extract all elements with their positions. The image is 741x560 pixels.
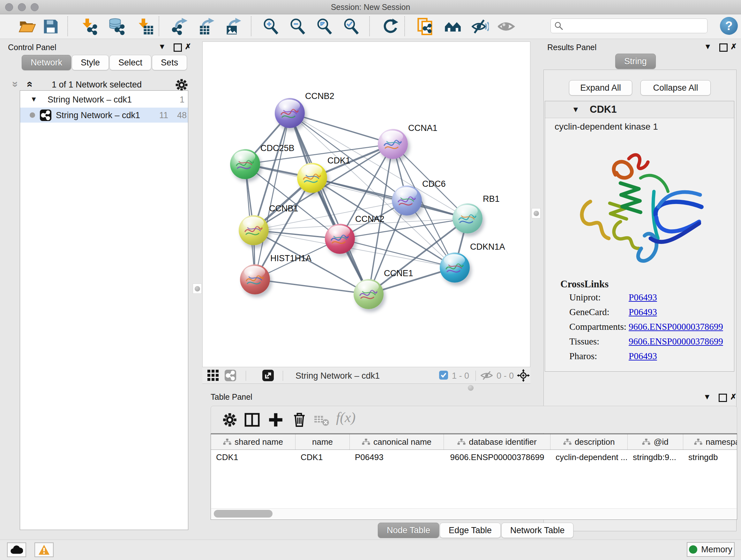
tab-sets[interactable]: Sets bbox=[152, 55, 187, 70]
grid-view-icon[interactable] bbox=[207, 370, 219, 382]
maximize-panel-icon[interactable] bbox=[174, 44, 182, 52]
collapse-all-button[interactable]: Collapse All bbox=[641, 80, 711, 96]
network-edge[interactable] bbox=[290, 113, 368, 294]
network-node-cdc6[interactable] bbox=[392, 186, 422, 215]
hidden-eye-icon[interactable] bbox=[481, 370, 493, 382]
column-header-database-identifier[interactable]: database identifier bbox=[444, 434, 550, 449]
column-header--id[interactable]: @id bbox=[628, 434, 683, 449]
application-window: Session: New Session bbox=[0, 0, 741, 560]
float-panel-icon[interactable]: ▼ bbox=[158, 42, 166, 51]
crosslink-link[interactable]: P06493 bbox=[629, 307, 657, 317]
protein-section-header[interactable]: ▼ CDK1 bbox=[545, 101, 734, 118]
network-edge[interactable] bbox=[255, 279, 368, 294]
hide-selected-eye-icon[interactable] bbox=[472, 18, 489, 35]
network-node-ccne1[interactable] bbox=[354, 279, 384, 309]
help-icon[interactable]: ? bbox=[720, 17, 738, 35]
zoom-out-icon[interactable] bbox=[289, 18, 307, 35]
column-header-description[interactable]: description bbox=[550, 434, 628, 449]
column-header-canonical-name[interactable]: canonical name bbox=[350, 434, 444, 449]
table-cell[interactable]: stringdb:9... bbox=[628, 450, 683, 464]
close-panel-icon[interactable]: ✗ bbox=[731, 42, 737, 51]
protein-name: CDK1 bbox=[590, 104, 616, 115]
duplicate-network-icon[interactable] bbox=[417, 18, 434, 35]
collapse-triangle-icon[interactable]: ▼ bbox=[30, 95, 37, 104]
right-splitter-handle[interactable] bbox=[532, 208, 541, 219]
close-panel-icon[interactable]: ✗ bbox=[185, 42, 191, 51]
network-node-cdc25b[interactable] bbox=[230, 149, 260, 179]
table-cell[interactable]: stringdb bbox=[683, 450, 737, 464]
network-node-ccna1[interactable] bbox=[378, 129, 408, 159]
horizontal-scrollbar[interactable] bbox=[211, 508, 737, 519]
memory-button[interactable]: Memory bbox=[687, 542, 735, 557]
network-view-icon[interactable] bbox=[225, 370, 236, 382]
left-splitter-handle[interactable] bbox=[193, 284, 202, 294]
detach-view-icon[interactable] bbox=[262, 370, 274, 382]
delete-column-icon[interactable] bbox=[291, 412, 307, 428]
crosslink-link[interactable]: P06493 bbox=[629, 351, 657, 361]
collapse-triangle-icon[interactable]: ▼ bbox=[572, 105, 580, 114]
zoom-selected-icon[interactable] bbox=[343, 18, 360, 35]
float-panel-icon[interactable]: ▼ bbox=[703, 392, 711, 401]
table-cell[interactable]: cyclin-dependent ... bbox=[550, 450, 628, 464]
zoom-fit-icon[interactable] bbox=[316, 18, 333, 35]
table-options-gear-icon[interactable] bbox=[222, 412, 238, 428]
crosslink-link[interactable]: P06493 bbox=[629, 292, 657, 303]
create-column-icon[interactable] bbox=[268, 412, 284, 428]
tab-network[interactable]: Network bbox=[22, 55, 71, 70]
tab-style[interactable]: Style bbox=[72, 55, 109, 70]
export-image-icon[interactable] bbox=[225, 18, 243, 35]
table-cell[interactable]: CDK1 bbox=[211, 450, 295, 464]
network-node-ccna2[interactable] bbox=[325, 224, 355, 254]
export-table-icon[interactable] bbox=[199, 18, 216, 35]
network-row[interactable]: String Network – cdk1 11 48 bbox=[20, 108, 188, 123]
maximize-panel-icon[interactable] bbox=[719, 44, 728, 52]
table-cell[interactable]: P06493 bbox=[350, 450, 444, 464]
column-header-namespace[interactable]: namespace bbox=[683, 434, 737, 449]
network-node-rb1[interactable] bbox=[453, 203, 482, 233]
import-network-icon[interactable] bbox=[80, 18, 98, 35]
save-session-icon[interactable] bbox=[42, 18, 59, 35]
birdseye-navigator-icon[interactable] bbox=[517, 369, 530, 383]
network-node-ccnb1[interactable] bbox=[239, 215, 269, 245]
home-icon[interactable] bbox=[444, 18, 461, 35]
network-canvas[interactable]: CCNB2CCNA1CDC25BCDK1CDC6RB1CCNB1CCNA2CDK… bbox=[202, 42, 530, 367]
network-collection-row[interactable]: ▼ String Network – cdk1 1 bbox=[20, 92, 188, 108]
column-header-name[interactable]: name bbox=[295, 434, 350, 449]
show-all-eye-icon[interactable] bbox=[498, 18, 515, 35]
selected-checkbox-icon[interactable] bbox=[439, 371, 448, 381]
float-panel-icon[interactable]: ▼ bbox=[704, 42, 712, 51]
column-header-shared-name[interactable]: shared name bbox=[211, 434, 295, 449]
network-node-cdkn1a[interactable] bbox=[440, 253, 470, 283]
function-builder-icon[interactable]: f(x) bbox=[336, 409, 355, 426]
import-table-icon[interactable] bbox=[137, 18, 154, 35]
crosslink-link[interactable]: 9606.ENSP00000378699 bbox=[629, 336, 723, 347]
close-panel-icon[interactable]: ✗ bbox=[730, 392, 737, 401]
show-columns-icon[interactable] bbox=[244, 412, 260, 428]
network-edge[interactable] bbox=[290, 113, 393, 144]
zoom-in-icon[interactable] bbox=[262, 18, 280, 35]
search-input[interactable] bbox=[566, 21, 707, 31]
network-node-hist1h1a[interactable] bbox=[240, 264, 270, 294]
export-network-icon[interactable] bbox=[172, 18, 189, 35]
horizontal-splitter-handle[interactable] bbox=[468, 385, 474, 391]
tab-edge-table[interactable]: Edge Table bbox=[440, 523, 501, 538]
table-cell[interactable]: CDK1 bbox=[295, 450, 350, 464]
refresh-icon[interactable] bbox=[382, 18, 399, 35]
maximize-panel-icon[interactable] bbox=[719, 394, 727, 402]
cloud-status-button[interactable] bbox=[7, 543, 26, 557]
tab-select[interactable]: Select bbox=[110, 55, 151, 70]
network-node-ccnb2[interactable] bbox=[275, 98, 305, 128]
scrollbar-thumb[interactable] bbox=[214, 510, 273, 517]
crosslink-link[interactable]: 9606.ENSP00000378699 bbox=[629, 321, 723, 332]
network-node-cdk1[interactable] bbox=[297, 163, 327, 193]
expand-all-button[interactable]: Expand All bbox=[569, 80, 632, 96]
tab-string[interactable]: String bbox=[615, 54, 656, 69]
tab-network-table[interactable]: Network Table bbox=[501, 523, 574, 538]
open-session-icon[interactable] bbox=[18, 18, 36, 35]
import-database-icon[interactable] bbox=[108, 18, 125, 35]
table-row[interactable]: CDK1CDK1P064939606.ENSP00000378699cyclin… bbox=[211, 450, 737, 464]
warnings-button[interactable] bbox=[35, 543, 54, 557]
tab-node-table[interactable]: Node Table bbox=[378, 523, 439, 538]
table-cell[interactable]: 9606.ENSP00000378699 bbox=[444, 450, 550, 464]
delete-table-icon[interactable] bbox=[314, 412, 330, 428]
